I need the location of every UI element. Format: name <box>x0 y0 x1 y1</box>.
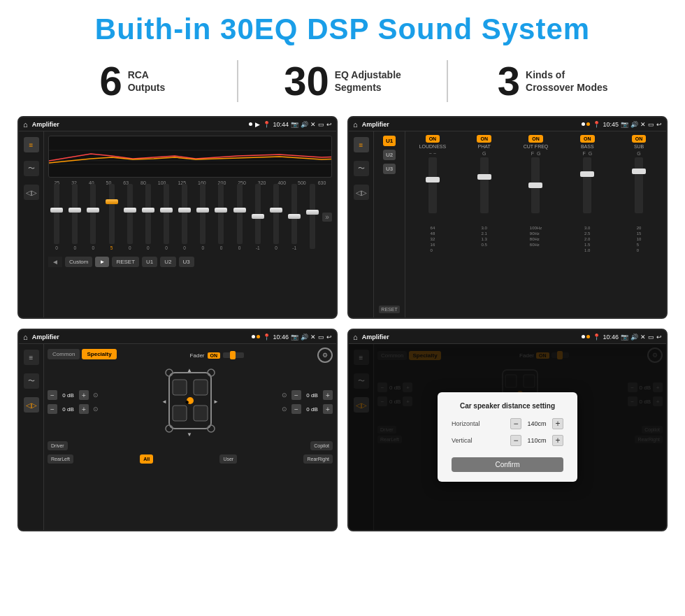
vol-fr-minus[interactable]: − <box>291 390 301 400</box>
confirm-button[interactable]: Confirm <box>452 457 563 472</box>
eq-u3-btn[interactable]: U3 <box>179 257 194 267</box>
reset-preset-btn[interactable]: RESET <box>379 306 399 313</box>
dialog-horizontal-label: Horizontal <box>452 420 490 427</box>
screen4-title: Amplifier <box>362 334 579 341</box>
status-dot-2b <box>586 122 590 126</box>
stat-crossover: 3 Kinds ofCrossover Modes <box>462 61 643 101</box>
svg-text:▼: ▼ <box>187 431 192 437</box>
loudness-toggle[interactable]: ON <box>426 135 440 143</box>
home-icon-2[interactable]: ⌂ <box>353 120 358 129</box>
speaker-rr: ⊙ <box>282 406 287 413</box>
fader-slider[interactable] <box>223 352 244 358</box>
vol-fl: − 0 dB + ⊙ <box>48 390 99 400</box>
eq-u2-btn[interactable]: U2 <box>160 257 175 267</box>
home-icon[interactable]: ⌂ <box>23 120 28 129</box>
eq-slider-7[interactable]: 0 <box>176 184 193 250</box>
eq-play-btn[interactable]: ► <box>95 257 109 267</box>
svg-point-10 <box>166 369 173 376</box>
horizontal-minus-btn[interactable]: − <box>510 418 521 429</box>
eq-slider-12[interactable]: 0 <box>268 184 284 250</box>
wave-icon-2[interactable]: 〜 <box>354 161 369 176</box>
u1-preset[interactable]: U1 <box>383 136 396 146</box>
screen3-content: ≡ 〜 ◁▷ Common Specialty Fader ON <box>19 344 336 530</box>
rearright-btn[interactable]: RearRight <box>303 454 333 464</box>
eq-slider-10[interactable]: 0 <box>231 184 248 250</box>
screen-crossover: ⌂ Amplifier 📍 10:45 📷 🔊 ✕ ▭ ↩ ≡ 〜 ◁▷ <box>347 116 668 319</box>
eq-slider-6[interactable]: 0 <box>158 184 175 250</box>
status-bar-4: ⌂ Amplifier 📍 10:46 📷 🔊 ✕ ▭ ↩ <box>349 330 666 344</box>
phat-label: PHAT <box>478 144 491 149</box>
eq-slider-1[interactable]: 0 <box>66 184 83 250</box>
eq-slider-8[interactable]: 0 <box>194 184 211 250</box>
vol-rr-plus[interactable]: + <box>323 404 333 414</box>
horizontal-plus-btn[interactable]: + <box>552 418 563 429</box>
vol-rl-plus[interactable]: + <box>79 404 89 414</box>
sub-slider[interactable] <box>635 157 643 213</box>
settings-icon[interactable]: ⚙ <box>317 348 333 363</box>
driver-btn[interactable]: Driver <box>48 441 68 450</box>
eq-slider-2[interactable]: 0 <box>85 184 101 250</box>
eq-slider-14[interactable] <box>304 184 321 250</box>
eq-reset-btn[interactable]: RESET <box>112 257 139 267</box>
phat-toggle[interactable]: ON <box>477 135 491 143</box>
cutfreq-toggle[interactable]: ON <box>528 135 543 143</box>
eq-icon-3[interactable]: ≡ <box>24 350 39 365</box>
loudness-slider[interactable] <box>428 157 437 213</box>
eq-slider-13[interactable]: -1 <box>286 184 303 250</box>
copilot-btn[interactable]: Copilot <box>310 441 333 450</box>
home-icon-3[interactable]: ⌂ <box>23 333 28 341</box>
screen2-content: ≡ 〜 ◁▷ U1 U2 U3 RESET ON LOUDNESS ~~ <box>349 131 666 317</box>
eq-custom-btn[interactable]: Custom <box>65 257 93 267</box>
cutfreq-slider[interactable] <box>531 157 540 213</box>
fader-label: Fader <box>190 352 205 359</box>
phat-slider[interactable] <box>480 157 489 213</box>
rect-icon-2: ▭ <box>648 121 654 128</box>
vol-icon-2: 🔊 <box>630 121 638 128</box>
vol-fl-minus[interactable]: − <box>48 390 57 400</box>
user-btn[interactable]: User <box>219 454 237 464</box>
pin-icon-3: 📍 <box>263 334 271 341</box>
eq-bottom-bar: ◄ Custom ► RESET U1 U2 U3 <box>48 257 332 267</box>
bass-toggle[interactable]: ON <box>580 135 595 143</box>
u3-preset[interactable]: U3 <box>383 164 396 174</box>
rearleft-btn[interactable]: RearLeft <box>48 454 73 464</box>
eq-slider-3[interactable]: 5 <box>103 184 120 250</box>
eq-slider-0[interactable]: 0 <box>48 184 65 250</box>
eq-u1-btn[interactable]: U1 <box>142 257 157 267</box>
phat-g: G <box>482 151 486 156</box>
crossover-controls-area: ON LOUDNESS ~~ 644832160 ON PHAT G <box>405 131 666 317</box>
vol-fl-plus[interactable]: + <box>79 390 89 400</box>
all-btn[interactable]: All <box>140 454 153 464</box>
eq-slider-5[interactable]: 0 <box>140 184 157 250</box>
vol-rr-minus[interactable]: − <box>291 404 301 414</box>
eq-slider-4[interactable]: 0 <box>122 184 138 250</box>
vol-sidebar-icon[interactable]: ◁▷ <box>24 185 39 200</box>
eq-slider-9[interactable]: 0 <box>212 184 229 250</box>
vertical-minus-btn[interactable]: − <box>510 435 521 446</box>
status-dot-4a <box>582 335 585 338</box>
x-icon-2: ✕ <box>640 121 646 128</box>
bass-fg: FG <box>582 151 592 156</box>
vol-sidebar-icon-3[interactable]: ◁▷ <box>24 397 39 413</box>
page-title: Buith-in 30EQ DSP Sound System <box>14 13 671 46</box>
bass-slider[interactable] <box>583 157 591 213</box>
eq-slider-11[interactable]: -1 <box>250 184 266 250</box>
eq-prev-btn[interactable]: ◄ <box>48 257 62 267</box>
eq-icon[interactable]: ≡ <box>24 137 39 152</box>
svg-rect-5 <box>194 380 208 395</box>
tab-specialty[interactable]: Specialty <box>82 349 116 359</box>
home-icon-4[interactable]: ⌂ <box>353 333 358 341</box>
vol-fr-plus[interactable]: + <box>323 390 333 400</box>
wave-icon[interactable]: 〜 <box>24 161 39 176</box>
rect-icon: ▭ <box>318 121 324 128</box>
u2-preset[interactable]: U2 <box>383 150 396 160</box>
vol-sidebar-icon-2[interactable]: ◁▷ <box>354 185 369 200</box>
more-arrow-btn[interactable]: » <box>322 213 332 222</box>
vertical-plus-btn[interactable]: + <box>552 435 563 446</box>
tab-common[interactable]: Common <box>48 349 80 359</box>
sub-toggle[interactable]: ON <box>632 135 647 143</box>
wave-icon-3[interactable]: 〜 <box>24 373 39 389</box>
screen-dialog: ⌂ Amplifier 📍 10:46 📷 🔊 ✕ ▭ ↩ ≡ 〜 ◁▷ <box>347 329 668 531</box>
eq-icon-2[interactable]: ≡ <box>354 137 369 152</box>
vol-rl-minus[interactable]: − <box>48 404 57 414</box>
